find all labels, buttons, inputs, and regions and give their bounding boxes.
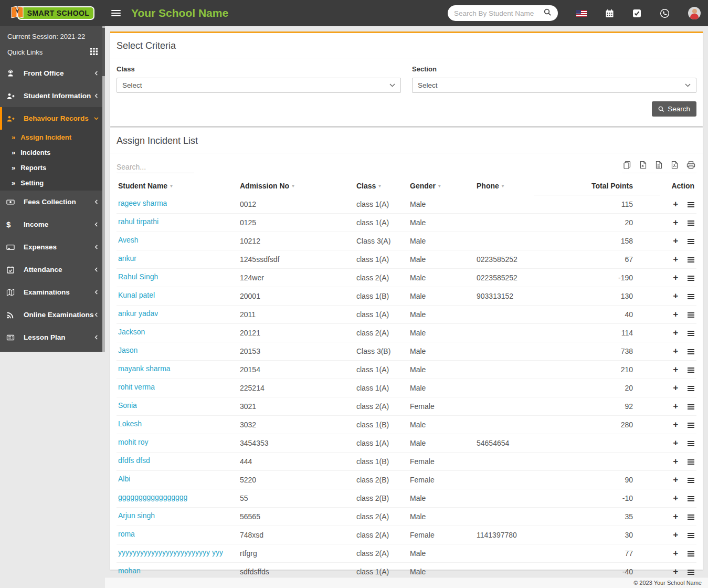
student-name-link[interactable]: Jackson (118, 328, 145, 336)
student-name-link[interactable]: yyyyyyyyyyyyyyyyyyyyyyyyy yyy (118, 548, 223, 556)
add-incident-button[interactable]: + (673, 346, 678, 356)
student-name-link[interactable]: Avesh (118, 236, 139, 244)
sidebar-scrollbar[interactable] (102, 26, 105, 352)
sidebar-item-setting[interactable]: » Setting (0, 175, 105, 191)
student-name-link[interactable]: ankur (118, 254, 136, 262)
table-search-input[interactable] (117, 161, 194, 173)
add-incident-button[interactable]: + (673, 364, 678, 375)
incident-list-button[interactable] (688, 441, 694, 442)
app-logo[interactable]: SMART SCHOOL (0, 0, 105, 26)
copy-icon[interactable] (623, 161, 631, 169)
student-name-link[interactable]: mayank sharma (118, 364, 171, 373)
scrollbar-thumb[interactable] (102, 28, 105, 76)
pdf-icon[interactable] (671, 161, 679, 169)
add-incident-button[interactable]: + (673, 511, 678, 522)
col-header-student-name[interactable]: Student Name▾ (117, 176, 238, 195)
sidebar-item-assign-incident[interactable]: » Assign Incident (0, 130, 105, 145)
add-incident-button[interactable]: + (673, 217, 678, 228)
incident-list-button[interactable] (688, 202, 694, 203)
quick-links-grid-icon[interactable] (90, 48, 98, 57)
incident-list-button[interactable] (688, 496, 694, 497)
student-name-link[interactable]: Lokesh (118, 419, 142, 428)
incident-list-button[interactable] (688, 349, 694, 350)
sidebar-item-income[interactable]: $ Income (0, 213, 105, 236)
incident-list-button[interactable] (688, 294, 694, 295)
incident-list-button[interactable] (688, 276, 694, 277)
col-header-gender[interactable]: Gender▾ (408, 176, 475, 195)
add-incident-button[interactable]: + (673, 438, 678, 448)
sidebar-item-front-office[interactable]: Front Office (0, 62, 105, 85)
sidebar-item-fees-collection[interactable]: Fees Collection (0, 191, 105, 213)
sidebar-item-lesson-plan[interactable]: Lesson Plan (0, 326, 105, 349)
add-incident-button[interactable]: + (673, 254, 678, 265)
incident-list-button[interactable] (688, 423, 694, 424)
incident-list-button[interactable] (688, 331, 694, 332)
incident-list-button[interactable] (688, 239, 694, 240)
add-incident-button[interactable]: + (673, 566, 678, 577)
incident-list-button[interactable] (688, 459, 694, 460)
sidebar-toggle-icon[interactable] (111, 8, 121, 18)
sidebar-item-examinations[interactable]: Examinations (0, 281, 105, 303)
sidebar-item-expenses[interactable]: Expenses (0, 236, 105, 258)
section-select[interactable]: Select (412, 78, 696, 93)
student-name-link[interactable]: Jason (118, 346, 138, 354)
add-incident-button[interactable]: + (673, 419, 678, 430)
student-search-input[interactable] (454, 9, 544, 17)
col-header-phone[interactable]: Phone▾ (475, 176, 534, 195)
student-name-link[interactable]: roma (118, 530, 135, 538)
student-name-link[interactable]: Sonia (118, 401, 137, 410)
incident-list-button[interactable] (688, 478, 694, 479)
language-flag-icon[interactable] (576, 10, 587, 17)
add-incident-button[interactable]: + (673, 475, 678, 485)
add-incident-button[interactable]: + (673, 548, 678, 559)
student-name-link[interactable]: rahul tirpathi (118, 217, 158, 226)
sidebar-item-behaviour-records[interactable]: Behaviour Records (0, 107, 105, 130)
student-name-link[interactable]: Rahul Singh (118, 272, 158, 281)
add-incident-button[interactable]: + (673, 272, 678, 283)
add-incident-button[interactable]: + (673, 309, 678, 320)
student-name-link[interactable]: mohit roy (118, 438, 149, 446)
class-select[interactable]: Select (117, 78, 401, 93)
incident-list-button[interactable] (688, 312, 694, 313)
student-name-link[interactable]: mohan (118, 566, 141, 575)
add-incident-button[interactable]: + (673, 291, 678, 301)
incident-list-button[interactable] (688, 404, 694, 405)
sidebar-item-attendance[interactable]: Attendance (0, 258, 105, 281)
search-icon[interactable] (544, 8, 552, 18)
task-check-square-icon[interactable] (632, 9, 641, 18)
add-incident-button[interactable]: + (673, 236, 678, 246)
calendar-icon[interactable] (605, 9, 614, 18)
student-name-link[interactable]: rageev sharma (118, 199, 167, 207)
add-incident-button[interactable]: + (673, 383, 678, 393)
incident-list-button[interactable] (688, 514, 694, 516)
sidebar-item-reports[interactable]: » Reports (0, 160, 105, 175)
sidebar-item-student-information[interactable]: Student Information (0, 85, 105, 107)
student-name-link[interactable]: Albi (118, 475, 130, 483)
add-incident-button[interactable]: + (673, 493, 678, 503)
add-incident-button[interactable]: + (673, 456, 678, 467)
student-name-link[interactable]: Kunal patel (118, 291, 155, 299)
incident-list-button[interactable] (688, 220, 694, 222)
avatar[interactable] (688, 7, 701, 19)
incident-list-button[interactable] (688, 551, 694, 552)
student-name-link[interactable]: Arjun singh (118, 511, 155, 520)
excel-icon[interactable] (639, 161, 647, 169)
sidebar-item-incidents[interactable]: » Incidents (0, 145, 105, 160)
student-name-link[interactable]: dfdfs dfsd (118, 456, 150, 465)
col-header-class[interactable]: Class▾ (355, 176, 408, 195)
sidebar-item-online-examinations[interactable]: Online Examinations (0, 303, 105, 326)
col-header-admission-no[interactable]: Admission No▾ (238, 176, 355, 195)
print-icon[interactable] (686, 161, 695, 169)
incident-list-button[interactable] (688, 533, 694, 534)
incident-list-button[interactable] (688, 257, 694, 258)
add-incident-button[interactable]: + (673, 530, 678, 540)
add-incident-button[interactable]: + (673, 199, 678, 209)
student-name-link[interactable]: ggggggggggggggggg (118, 493, 187, 501)
criteria-search-button[interactable]: Search (652, 101, 696, 117)
incident-list-button[interactable] (688, 570, 694, 571)
whatsapp-icon[interactable] (660, 8, 670, 18)
incident-list-button[interactable] (688, 386, 694, 387)
add-incident-button[interactable]: + (673, 328, 678, 338)
csv-icon[interactable] (655, 161, 663, 169)
add-incident-button[interactable]: + (673, 401, 678, 412)
